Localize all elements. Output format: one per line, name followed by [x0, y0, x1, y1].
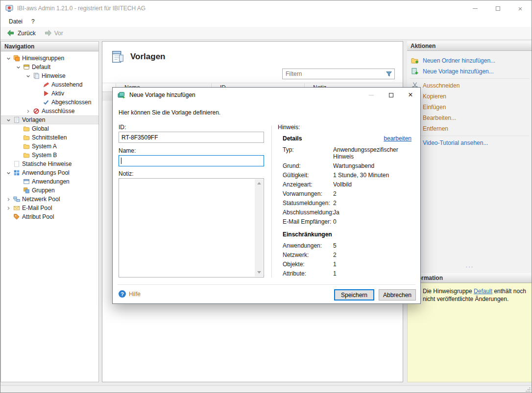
- action-label: Neue Vorlage hinzufügen...: [423, 68, 494, 75]
- detail-row-vorwarnungen: Vorwarnungen: 2: [283, 190, 411, 197]
- navigation-panel: Navigation Hinweisgruppen Default Hinwei…: [0, 41, 99, 382]
- help-link[interactable]: ? Hilfe: [119, 290, 141, 298]
- default-link[interactable]: Default: [474, 288, 492, 295]
- dialog-maximize-button[interactable]: [381, 88, 401, 102]
- info-text-before: Die Hinweisgruppe: [423, 288, 474, 295]
- action-separator: [410, 136, 530, 136]
- action-item-kopieren[interactable]: Kopieren: [407, 91, 532, 102]
- indent-spacer: [14, 125, 23, 133]
- detail-label: Gültigkeit:: [283, 172, 333, 179]
- bearbeiten-link[interactable]: bearbeiten: [384, 135, 411, 142]
- name-field[interactable]: [119, 155, 264, 166]
- chevron-down-icon[interactable]: [4, 169, 13, 177]
- action-item-einfuegen[interactable]: Einfügen: [407, 102, 532, 113]
- nav-item-abgeschlossen[interactable]: Abgeschlossen: [1, 98, 98, 107]
- action-item-entfernen[interactable]: Entfernen: [407, 123, 532, 134]
- dialog-icon: [118, 91, 125, 99]
- action-item-bearbeiten[interactable]: Bearbeiten...: [407, 113, 532, 123]
- restriction-row-anwendungen: Anwendungen: 5: [283, 242, 411, 249]
- chevron-down-icon[interactable]: [4, 116, 13, 124]
- action-label: Ausschneiden: [423, 82, 459, 89]
- detail-row-abschlussmeldung: Abschlussmeldung: Ja: [283, 209, 411, 216]
- nav-item-aktiv[interactable]: Aktiv: [1, 89, 98, 98]
- window-controls: ×: [464, 0, 532, 16]
- nav-item-anwendungs-pool[interactable]: Anwendungs Pool: [1, 168, 98, 177]
- statische-hinweise-icon: [13, 160, 21, 168]
- indent-spacer: [33, 81, 42, 89]
- forward-button[interactable]: Vor: [40, 28, 67, 38]
- nav-item-system-b[interactable]: System B: [1, 151, 98, 160]
- action-label: Neuen Ordner hinzufügen...: [423, 57, 495, 64]
- aktiv-icon: [42, 90, 50, 97]
- nav-item-label: Ausschlüsse: [42, 108, 74, 115]
- notiz-field[interactable]: [119, 178, 264, 277]
- nav-item-default[interactable]: Default: [1, 63, 98, 71]
- chevron-down-icon[interactable]: [4, 54, 13, 62]
- nav-item-attribut-pool[interactable]: Attribut Pool: [1, 212, 98, 221]
- status-bar: [0, 385, 532, 393]
- minimize-button[interactable]: [464, 0, 486, 16]
- nav-item-anwendungen[interactable]: Anwendungen: [1, 177, 98, 186]
- nav-item-gruppen[interactable]: Gruppen: [1, 186, 98, 195]
- dialog-title-bar[interactable]: Neue Vorlage hinzufügen ×: [113, 88, 420, 102]
- detail-value: 2: [333, 190, 411, 197]
- chevron-right-icon[interactable]: [24, 107, 32, 115]
- nav-item-vorlagen[interactable]: Vorlagen: [1, 116, 98, 124]
- chevron-right-icon[interactable]: [4, 204, 13, 212]
- filter-icon[interactable]: [384, 69, 394, 79]
- chevron-right-icon[interactable]: [4, 195, 13, 203]
- menu-bar: Datei ?: [0, 16, 532, 27]
- close-button[interactable]: ×: [509, 0, 532, 16]
- scroll-down-icon[interactable]: [257, 271, 261, 274]
- nav-item-email-pool[interactable]: E-Mail Pool: [1, 204, 98, 212]
- maximize-button[interactable]: [486, 0, 509, 16]
- nav-item-label: E-Mail Pool: [22, 205, 52, 211]
- nav-item-global[interactable]: Global: [1, 124, 98, 133]
- new-folder-icon: [411, 57, 419, 65]
- nav-item-label: Hinweise: [42, 72, 66, 79]
- nav-item-schnittstellen[interactable]: Schnittstellen: [1, 133, 98, 142]
- id-field[interactable]: [119, 132, 264, 143]
- id-label: ID:: [119, 124, 126, 131]
- new-template-icon: [411, 68, 419, 75]
- panel-splitter-horizontal[interactable]: ···: [407, 264, 532, 270]
- detail-label: Anzeigeart:: [283, 181, 333, 188]
- chevron-down-icon[interactable]: [14, 63, 23, 71]
- nav-item-ausstehend[interactable]: Ausstehend: [1, 80, 98, 89]
- action-item-neuer-ordner[interactable]: Neuen Ordner hinzufügen...: [407, 55, 532, 66]
- nav-item-hinweisgruppen[interactable]: Hinweisgruppen: [1, 54, 98, 63]
- nav-item-netzwerk-pool[interactable]: Netzwerk Pool: [1, 195, 98, 204]
- indent-spacer: [4, 160, 13, 168]
- action-item-neue-vorlage[interactable]: Neue Vorlage hinzufügen...: [407, 66, 532, 77]
- nav-item-system-a[interactable]: System A: [1, 142, 98, 151]
- detail-value: 2: [333, 200, 411, 207]
- detail-value: 1 Stunde, 30 Minuten: [333, 172, 411, 179]
- notiz-scrollbar[interactable]: [255, 179, 263, 277]
- action-item-video-tutorial[interactable]: Video-Tutorial ansehen...: [407, 138, 532, 148]
- menu-item-datei[interactable]: Datei: [4, 17, 27, 26]
- nav-item-label: Anwendungs Pool: [22, 169, 70, 176]
- text-cursor: [121, 158, 121, 164]
- save-button[interactable]: Speichern: [334, 289, 374, 301]
- gruppen-icon: [23, 186, 30, 194]
- folder-icon: [23, 134, 30, 141]
- action-label: Video-Tutorial ansehen...: [423, 139, 488, 146]
- menu-item-help[interactable]: ?: [27, 17, 39, 26]
- nav-item-ausschluesse[interactable]: Ausschlüsse: [1, 107, 98, 116]
- cancel-button[interactable]: Abbrechen: [379, 289, 416, 301]
- notiz-label: Notiz:: [119, 170, 134, 177]
- resize-grip-icon[interactable]: [526, 387, 531, 392]
- nav-item-hinweise[interactable]: Hinweise: [1, 71, 98, 80]
- dialog-close-button[interactable]: ×: [401, 88, 420, 102]
- dialog-minimize-button[interactable]: [362, 88, 381, 102]
- filter-input[interactable]: [283, 69, 384, 79]
- forward-label: Vor: [54, 30, 63, 37]
- chevron-down-icon[interactable]: [24, 72, 32, 80]
- action-item-ausschneiden[interactable]: Ausschneiden: [407, 80, 532, 91]
- indent-spacer: [14, 151, 23, 159]
- nav-item-statische-hinweise[interactable]: Statische Hinweise: [1, 160, 98, 168]
- scroll-up-icon[interactable]: [257, 182, 261, 185]
- information-panel: Die Hinweisgruppe Default enthält noch n…: [407, 283, 532, 382]
- nav-item-label: Gruppen: [32, 187, 55, 194]
- back-button[interactable]: Zurück: [3, 28, 39, 38]
